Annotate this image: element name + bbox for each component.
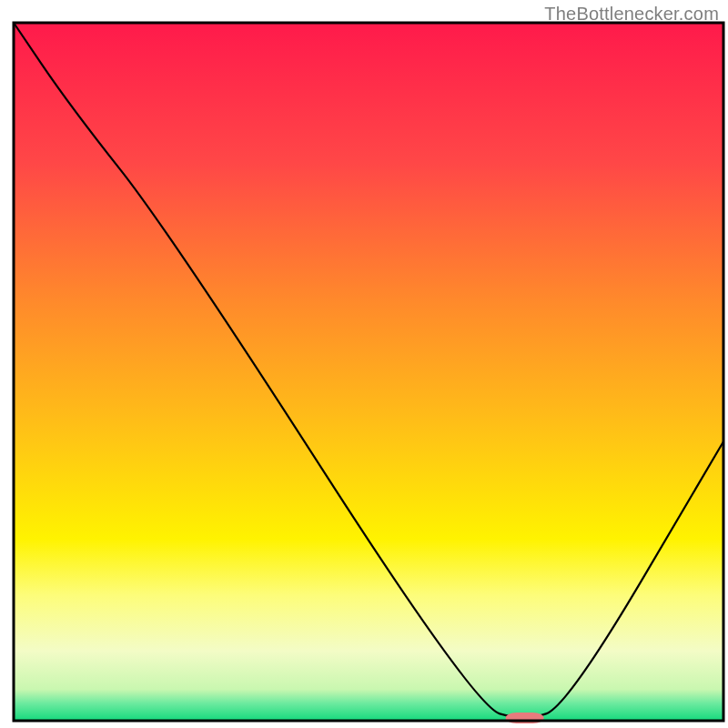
chart-container: TheBottlenecker.com — [0, 0, 728, 728]
bottleneck-chart — [0, 0, 728, 728]
plot-background — [14, 23, 723, 721]
